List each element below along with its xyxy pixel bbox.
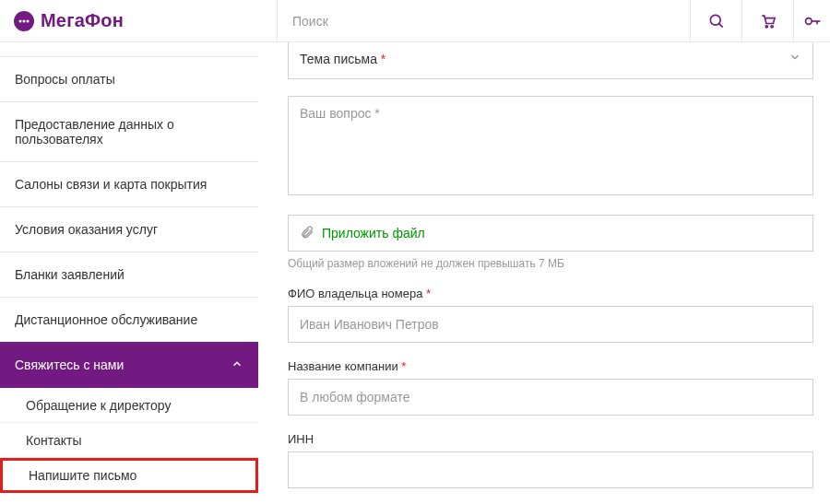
sidebar-item-userdata[interactable]: Предоставление данных о пользователях [0, 101, 258, 162]
subject-label: Тема письма [300, 52, 377, 66]
question-textarea[interactable] [288, 96, 813, 195]
svg-point-6 [765, 25, 767, 27]
logo-text: МегаФон [41, 10, 124, 31]
sidebar-item-terms[interactable]: Условия оказания услуг [0, 206, 258, 252]
search-button[interactable] [690, 0, 741, 41]
company-input[interactable] [288, 379, 813, 416]
svg-line-5 [718, 23, 722, 27]
chevron-up-icon [231, 357, 243, 373]
inn-input[interactable] [288, 451, 813, 488]
svg-point-8 [805, 18, 812, 24]
sidebar-item-label: Вопросы оплаты [15, 72, 115, 87]
sidebar-item-payment[interactable]: Вопросы оплаты [0, 56, 258, 102]
logo[interactable]: МегаФон [0, 10, 277, 32]
sidebar-item-label: Свяжитесь с нами [15, 357, 124, 372]
sidebar-sub-write-letter[interactable]: Напишите письмо [0, 458, 258, 493]
sidebar: Вопросы оплаты Предоставление данных о п… [0, 42, 258, 504]
chevron-down-icon [788, 51, 801, 66]
svg-point-3 [27, 19, 30, 22]
inn-label: ИНН [288, 432, 813, 446]
attach-file-label: Приложить файл [322, 226, 425, 240]
fio-input[interactable] [288, 306, 813, 343]
sidebar-item-stores[interactable]: Салоны связи и карта покрытия [0, 161, 258, 207]
company-label: Название компании * [288, 359, 813, 373]
sidebar-item-remote[interactable]: Дистанционное обслуживание [0, 297, 258, 343]
sidebar-item-label: Напишите письмо [29, 468, 136, 483]
svg-point-1 [19, 19, 22, 22]
sidebar-item-label: Бланки заявлений [15, 267, 125, 282]
sidebar-sub-contacts[interactable]: Контакты [0, 423, 258, 458]
svg-point-4 [710, 15, 720, 25]
sidebar-item-forms[interactable]: Бланки заявлений [0, 252, 258, 298]
search-input[interactable] [292, 14, 675, 29]
sidebar-item-label: Салоны связи и карта покрытия [15, 177, 207, 192]
sidebar-item-label: Дистанционное обслуживание [15, 312, 197, 327]
svg-point-2 [23, 19, 26, 22]
sidebar-item-label: Предоставление данных о пользователях [15, 117, 243, 147]
required-mark: * [381, 52, 385, 66]
key-icon [803, 12, 822, 30]
sidebar-item-label: Условия оказания услуг [15, 222, 158, 237]
cart-icon [759, 12, 777, 30]
fio-label: ФИО владельца номера * [288, 287, 813, 300]
paperclip-icon [300, 225, 314, 242]
required-mark: * [401, 359, 406, 373]
header: МегаФон [0, 0, 830, 42]
attach-file-button[interactable]: Приложить файл [288, 215, 813, 252]
megafon-logo-icon [13, 10, 35, 32]
sidebar-item-label: Контакты [26, 433, 81, 448]
cart-button[interactable] [741, 0, 793, 41]
sidebar-item-contact[interactable]: Свяжитесь с нами [0, 342, 258, 388]
svg-point-7 [771, 25, 773, 27]
login-button[interactable] [793, 0, 830, 41]
sidebar-item-label: Обращение к директору [26, 398, 171, 413]
subject-select[interactable]: Тема письма * [288, 42, 813, 79]
sidebar-sub-director[interactable]: Обращение к директору [0, 388, 258, 423]
attach-helper-text: Общий размер вложений не должен превышат… [288, 257, 813, 270]
required-mark: * [426, 287, 431, 300]
main-form: Тема письма * Приложить файл Общий разме… [258, 42, 830, 504]
search-icon [707, 12, 726, 30]
search-box[interactable] [277, 0, 690, 41]
